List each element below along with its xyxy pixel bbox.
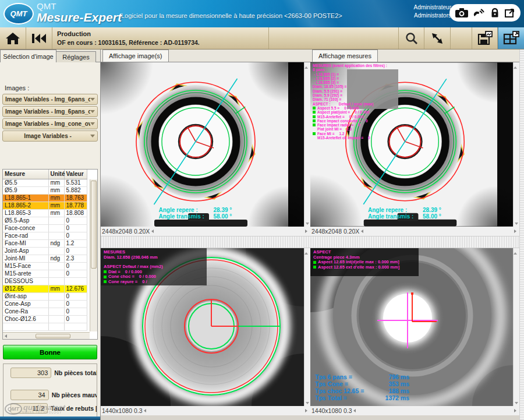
- col-valeur[interactable]: Valeur: [64, 170, 87, 179]
- scroll-down-icon[interactable]: [514, 400, 519, 406]
- table-row[interactable]: DESSOUS: [3, 277, 87, 285]
- status-square-icon: [313, 266, 316, 269]
- stat-bad: 34 Nb pièces mauva: [10, 390, 97, 400]
- scroll-down-icon[interactable]: [305, 400, 310, 406]
- table-row[interactable]: L18.865-3mm18.808: [3, 209, 87, 217]
- stat-scrap-rate: 11.2 Taux de rebuts [%: [10, 403, 97, 414]
- tab-affichage-images[interactable]: Affichage image(s): [102, 50, 169, 62]
- measurement-table: Mesure Unité Valeur Ø5.5mm5.531 Ø5.9mm5.…: [2, 169, 98, 340]
- scroll-left-icon[interactable]: [151, 230, 154, 233]
- angle-repere-value: 28.39 °: [214, 207, 246, 213]
- table-row[interactable]: M15-Face0: [3, 262, 87, 270]
- scroll-down-icon[interactable]: [305, 220, 310, 227]
- home-button[interactable]: [0, 27, 26, 49]
- table-row-highlight-yellow[interactable]: Ø12.65mm12.676: [3, 285, 87, 292]
- status-square-icon: [313, 119, 316, 122]
- scroll-left-icon[interactable]: [5, 334, 7, 338]
- app-title-line2: Mesure-Expert: [37, 11, 122, 24]
- image-dropdown-1[interactable]: Image Variables - Img_6pans_origine: [2, 94, 98, 105]
- search-button[interactable]: [398, 27, 424, 49]
- scroll-up-icon[interactable]: [305, 62, 310, 69]
- scroll-up-icon[interactable]: [514, 248, 519, 255]
- table-row[interactable]: Joint-MIndg2.3: [3, 255, 87, 262]
- image-viewport-top-right[interactable]: MESURES (avant application des filtres) …: [310, 62, 519, 227]
- table-row[interactable]: Face-MIndg1.2: [3, 239, 87, 247]
- measures-overlay-text: MESURES (avant application des filtres) …: [313, 63, 387, 140]
- expand-button[interactable]: [424, 27, 451, 49]
- col-unite[interactable]: Unité: [48, 170, 64, 179]
- status-square-icon: [104, 270, 107, 273]
- scroll-left-icon[interactable]: [144, 409, 146, 412]
- image-dropdown-3[interactable]: Image Variables - Img_cone_overlay: [2, 118, 98, 129]
- panel-dessous-image: ASPECT Centrage piece 4.3mm Aspect 12.65…: [310, 248, 519, 420]
- image-size-label: 2448x2048 0.20X: [101, 227, 310, 236]
- image-dropdown-3-value: Image Variables - Img_cone_overlay: [5, 121, 90, 127]
- scroll-down-icon[interactable]: [514, 220, 519, 227]
- table-row[interactable]: Øint-asp0: [3, 292, 87, 300]
- image-dropdown-2[interactable]: Image Variables - Img_6pans_overlay: [2, 106, 98, 117]
- angle-transmis-value: 58.00 °: [214, 213, 246, 220]
- panel-cone-image: MESURES Diam. 12.658 (298.046 mm ASPECT …: [101, 248, 310, 420]
- status-square-icon: [313, 123, 316, 126]
- image-viewport-top-left[interactable]: Angle repere :28.39 ° Angle transmis :58…: [101, 62, 310, 227]
- table-row-highlight-orange[interactable]: L18.865-1mm18.763: [3, 194, 87, 202]
- size-zoom-text: 1440x1080 0.3: [102, 407, 142, 414]
- scroll-right-icon[interactable]: [514, 230, 516, 233]
- status-icon-pill: [449, 4, 521, 22]
- scroll-right-icon[interactable]: [305, 409, 307, 412]
- tab-selection-image[interactable]: Sélection d'image: [0, 50, 56, 62]
- table-row[interactable]: Joint-Asp0: [3, 247, 87, 255]
- scroll-up-icon[interactable]: [305, 248, 310, 255]
- qmt-logo-text: QMT: [10, 9, 27, 18]
- table-row[interactable]: Cone-Ra0: [3, 308, 87, 315]
- export-window-icon[interactable]: [504, 8, 515, 18]
- timing-readout: Tps 6 pans =796 ms Tps Cone =353 ms Tps …: [315, 373, 409, 401]
- lock-icon[interactable]: [490, 8, 500, 18]
- panel-header-mesures: Affichage mesures: [310, 50, 519, 62]
- vertical-scrollbar[interactable]: [513, 248, 519, 406]
- table-horizontal-scrollbar[interactable]: [3, 332, 90, 339]
- window-edge: [0, 417, 100, 420]
- tab-affichage-mesures[interactable]: Affichage mesures: [312, 50, 378, 62]
- table-row[interactable]: Ø5.9mm5.882: [3, 186, 87, 194]
- chevron-down-icon: [90, 135, 95, 137]
- scroll-left-icon[interactable]: [353, 409, 356, 412]
- camera-icon[interactable]: [455, 8, 469, 18]
- vertical-scrollbar[interactable]: [304, 248, 310, 406]
- col-mesure[interactable]: Mesure: [3, 170, 48, 179]
- table-row[interactable]: M15-arete0: [3, 270, 87, 277]
- table-row[interactable]: Face-conce0: [3, 224, 87, 232]
- scroll-up-icon[interactable]: [514, 62, 519, 69]
- table-row[interactable]: Ø5.5-Asp0: [3, 217, 87, 224]
- images-label: Images :: [5, 84, 100, 91]
- scrollbar-thumb[interactable]: [36, 334, 70, 338]
- scroll-left-icon[interactable]: [361, 230, 363, 233]
- image-viewport-bottom-right[interactable]: ASPECT Centrage piece 4.3mm Aspect 12.65…: [310, 248, 519, 406]
- horizontal-splitter[interactable]: [101, 236, 519, 248]
- image-size-label: 2448x2048 0.20X: [310, 227, 519, 236]
- angle-repere-value: 28.39 °: [423, 207, 455, 213]
- production-context: Production OF en cours : 10031615, Référ…: [52, 27, 269, 49]
- table-row[interactable]: Cone-Asp0: [3, 300, 87, 308]
- broadcast-icon[interactable]: [473, 8, 486, 18]
- image-viewport-bottom-left[interactable]: MESURES Diam. 12.658 (298.046 mm ASPECT …: [101, 248, 310, 406]
- vertical-scrollbar[interactable]: [304, 62, 310, 227]
- scroll-right-icon[interactable]: [305, 230, 307, 233]
- status-square-icon: [104, 280, 107, 283]
- image-dropdown-4[interactable]: Image Variables -: [2, 130, 98, 142]
- table-vertical-scrollbar[interactable]: [90, 179, 97, 331]
- table-row[interactable]: Face-rad0: [3, 232, 87, 239]
- vertical-scrollbar[interactable]: [513, 62, 519, 227]
- angle-readout: Angle repere :28.39 ° Angle transmis :58…: [310, 207, 513, 220]
- status-badge-bonne: Bonne: [3, 345, 97, 359]
- image-dropdown-1-value: Image Variables - Img_6pans_origine: [5, 96, 90, 103]
- tab-reglages[interactable]: Réglages: [56, 51, 96, 62]
- table-row-highlight-amber[interactable]: L18.865-2mm18.778: [3, 202, 87, 209]
- table-row[interactable]: Ø5.5mm5.531: [3, 179, 87, 186]
- scrollbar-thumb[interactable]: [91, 181, 97, 269]
- table-row[interactable]: Choc-Ø12.60: [3, 315, 87, 323]
- layout-grid-button[interactable]: [498, 27, 524, 49]
- skip-back-button[interactable]: [26, 27, 52, 49]
- scroll-right-icon[interactable]: [514, 409, 516, 412]
- save-image-button[interactable]: [472, 27, 498, 49]
